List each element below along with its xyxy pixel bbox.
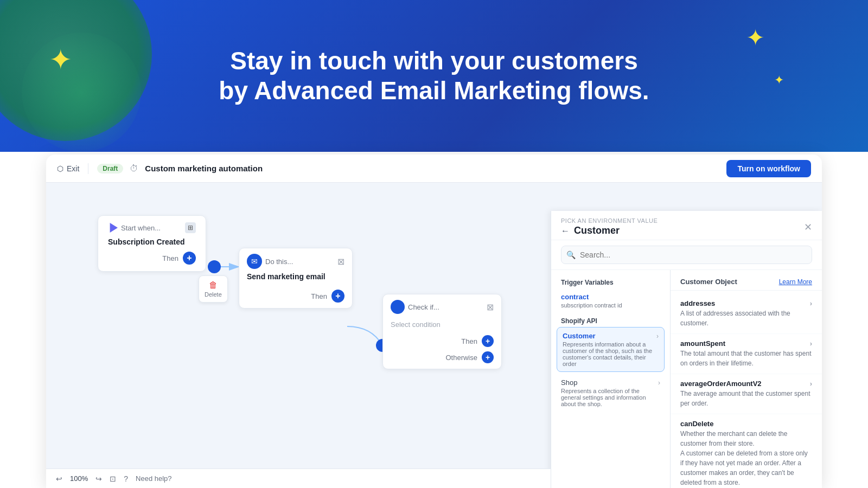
play-icon xyxy=(108,223,118,233)
hero-title: Stay in touch with your customers by Adv… xyxy=(219,46,649,106)
check-settings-icon[interactable]: ⊠ xyxy=(487,302,494,312)
panel-header: PICK AN ENVIRONMENT VALUE ← Customer ✕ xyxy=(551,211,822,240)
condition-placeholder[interactable]: Select condition xyxy=(383,317,501,332)
avgorder-chevron-icon: › xyxy=(810,380,812,388)
hero-section: ✦ ✦ ✦ Stay in touch with your customers … xyxy=(0,0,868,152)
panel-right-item-candelete: canDelete Whether the merchant can delet… xyxy=(671,414,822,488)
topbar-divider xyxy=(88,163,88,174)
panel-item-contract[interactable]: contract subscription contract id xyxy=(551,287,670,314)
turn-on-button[interactable]: Turn on workflow xyxy=(726,160,811,177)
help-icon[interactable]: ? xyxy=(124,474,128,483)
topbar: ⬡ Exit Draft ⏱ Custom marketing automati… xyxy=(46,155,822,183)
help-label: Need help? xyxy=(136,474,172,483)
start-node: Start when... ⊞ Subscription Created The… xyxy=(98,215,206,272)
zoom-level: 100% xyxy=(70,474,88,483)
learn-more-link[interactable]: Learn More xyxy=(779,278,812,286)
check-otherwise-plus-button[interactable]: + xyxy=(482,351,494,363)
panel-right-item-amountspent[interactable]: amountSpent › The total amount that the … xyxy=(671,334,822,374)
panel-right-item-addresses[interactable]: addresses › A list of addresses associat… xyxy=(671,294,822,334)
bottom-bar: ↩ 100% ↪ ⊡ ? Need help? xyxy=(46,468,551,488)
search-input[interactable] xyxy=(561,246,812,264)
shop-chevron-icon: › xyxy=(658,379,660,387)
do-action-label: Send marketing email xyxy=(239,272,352,286)
delete-node[interactable]: 🗑 Delete xyxy=(199,275,228,303)
trigger-variables-label: Trigger Variables xyxy=(551,275,670,287)
customer-object-label: Customer Object xyxy=(680,278,737,286)
search-icon: 🔍 xyxy=(566,251,576,259)
clock-icon: ⏱ xyxy=(130,164,138,174)
check-dot-icon xyxy=(391,300,405,314)
trash-icon: 🗑 xyxy=(205,280,222,290)
addresses-chevron-icon: › xyxy=(810,299,812,307)
fit-icon[interactable]: ⊡ xyxy=(110,474,116,483)
panel-item-customer[interactable]: Customer › Represents information about … xyxy=(557,327,665,372)
shopify-api-label: Shopify API xyxy=(551,314,670,326)
customer-chevron-icon: › xyxy=(656,332,659,340)
exit-icon: ⬡ xyxy=(57,164,63,173)
exit-button[interactable]: ⬡ Exit xyxy=(57,164,79,173)
draft-badge: Draft xyxy=(97,164,123,174)
panel-title: Customer xyxy=(574,225,620,236)
redo-icon[interactable]: ↪ xyxy=(95,474,102,483)
panel-left-column: Trigger Variables contract subscription … xyxy=(551,270,671,488)
star-large-icon: ✦ xyxy=(49,43,73,76)
do-settings-icon[interactable]: ⊠ xyxy=(337,256,344,267)
hero-bg-circle2 xyxy=(22,33,141,152)
canvas: Start when... ⊞ Subscription Created The… xyxy=(46,183,822,488)
star-top-icon: ✦ xyxy=(746,24,765,51)
check-node: Check if... ⊠ Select condition Then + Ot… xyxy=(382,294,502,369)
close-icon[interactable]: ✕ xyxy=(804,221,812,233)
trigger-label: Subscription Created xyxy=(108,237,196,246)
do-then-plus-button[interactable]: + xyxy=(331,290,344,303)
star-bottom-icon: ✦ xyxy=(774,73,784,87)
panel-item-shop[interactable]: Shop › Represents a collection of the ge… xyxy=(551,373,670,413)
undo-icon[interactable]: ↩ xyxy=(56,474,62,483)
panel-pick-label: PICK AN ENVIRONMENT VALUE xyxy=(561,217,658,224)
workflow-title: Custom marketing automation xyxy=(145,164,720,173)
workflow-container: ⬡ Exit Draft ⏱ Custom marketing automati… xyxy=(46,155,822,488)
back-arrow-icon[interactable]: ← xyxy=(561,226,570,236)
panel-search: 🔍 xyxy=(551,240,822,270)
check-then-plus-button[interactable]: + xyxy=(482,335,494,347)
panel-body: Trigger Variables contract subscription … xyxy=(551,270,822,488)
do-dot-icon: ✉ xyxy=(247,254,262,269)
do-node: ✉ Do this... ⊠ Send marketing email Then… xyxy=(239,248,353,309)
right-panel: PICK AN ENVIRONMENT VALUE ← Customer ✕ 🔍 xyxy=(551,211,822,488)
amountspent-chevron-icon: › xyxy=(810,339,812,348)
svg-point-1 xyxy=(208,260,221,273)
start-then-plus-button[interactable]: + xyxy=(183,252,196,265)
panel-right-item-avgorder[interactable]: averageOrderAmountV2 › The average amoun… xyxy=(671,374,822,414)
settings-icon[interactable]: ⊞ xyxy=(185,222,196,233)
panel-right-header: Customer Object Learn More xyxy=(671,275,822,291)
panel-right-column: Customer Object Learn More addresses › A… xyxy=(671,270,822,488)
